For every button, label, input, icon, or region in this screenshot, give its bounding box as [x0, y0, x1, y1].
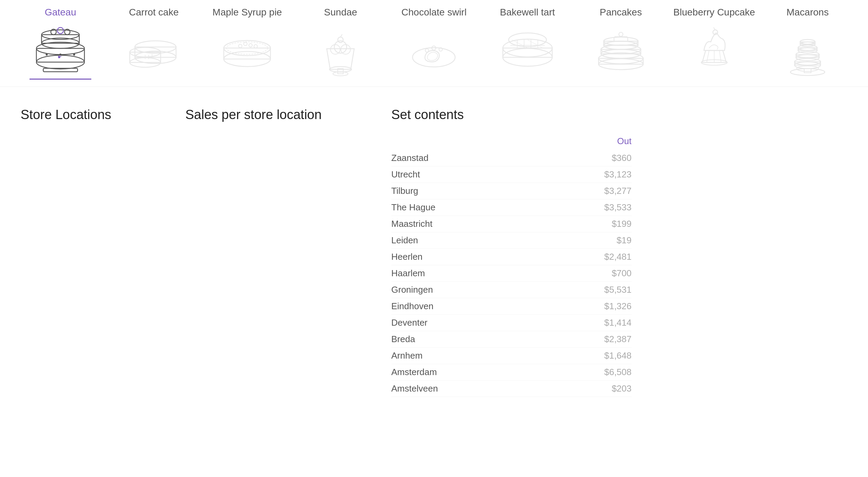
dessert-label-macarons: Macarons: [786, 7, 829, 18]
dessert-label-gateau: Gateau: [45, 7, 76, 18]
set-contents-row: Haarlem $700: [391, 265, 632, 282]
set-contents-row: Eindhoven $1,326: [391, 298, 632, 315]
section-set-contents: Set contents Out Zaanstad $360 Utrecht $…: [391, 107, 847, 397]
svg-point-28: [244, 42, 247, 46]
dessert-label-pancakes: Pancakes: [600, 7, 642, 18]
set-contents-row: The Hague $3,533: [391, 199, 632, 216]
svg-point-9: [46, 54, 48, 56]
set-contents-location: Utrecht: [391, 169, 420, 180]
set-contents-location: Leiden: [391, 235, 418, 246]
sundae-icon: [313, 25, 368, 76]
dessert-label-chocolate-swirl: Chocolate swirl: [402, 7, 467, 18]
dessert-image-blueberry-cupcake: [683, 25, 745, 80]
svg-point-35: [331, 45, 340, 54]
svg-text:☛: ☛: [58, 54, 62, 60]
set-contents-location: Zaanstad: [391, 153, 428, 163]
set-contents-row: Heerlen $2,481: [391, 249, 632, 265]
svg-point-36: [341, 45, 350, 54]
set-contents-table: Out Zaanstad $360 Utrecht $3,123 Tilburg…: [391, 136, 632, 397]
set-contents-location: Deventer: [391, 317, 428, 328]
svg-point-72: [790, 69, 825, 75]
blueberry-cupcake-icon: [687, 25, 742, 76]
dessert-item-pancakes[interactable]: Pancakes: [574, 0, 668, 86]
svg-point-40: [425, 49, 429, 52]
svg-line-66: [707, 50, 709, 62]
set-contents-location: Tilburg: [391, 186, 418, 196]
set-contents-row: Tilburg $3,277: [391, 183, 632, 199]
svg-line-70: [714, 27, 715, 30]
set-contents-location: Amsterdam: [391, 367, 437, 377]
set-contents-value: $19: [617, 235, 632, 246]
svg-point-11: [73, 54, 75, 56]
dessert-item-macarons[interactable]: Macarons: [761, 0, 854, 86]
carrot-cake-icon: [126, 25, 181, 76]
dessert-image-gateau: ☛: [30, 25, 91, 80]
set-contents-value: $3,123: [604, 169, 632, 180]
set-contents-value: $360: [612, 153, 632, 163]
set-contents-location: Breda: [391, 334, 415, 345]
set-contents-value: $700: [612, 268, 632, 279]
svg-rect-76: [795, 62, 821, 65]
gateau-icon: ☛: [33, 24, 88, 76]
set-contents-row: Groningen $5,531: [391, 282, 632, 298]
dessert-image-macarons: [777, 25, 838, 80]
set-contents-value: $2,387: [604, 334, 632, 345]
main-content: Store Locations Sales per store location…: [0, 87, 868, 411]
set-contents-title: Set contents: [391, 107, 847, 122]
dessert-item-chocolate-swirl[interactable]: Chocolate swirl: [387, 0, 481, 86]
pancakes-icon: [593, 25, 648, 76]
set-contents-row: Utrecht $3,123: [391, 166, 632, 183]
dessert-image-bakewell-tart: [497, 25, 558, 80]
set-contents-location: The Hague: [391, 202, 436, 213]
set-contents-rows: Zaanstad $360 Utrecht $3,123 Tilburg $3,…: [391, 150, 632, 397]
set-contents-location: Haarlem: [391, 268, 425, 279]
dessert-image-carrot-cake: [123, 25, 185, 80]
svg-point-65: [619, 32, 623, 36]
svg-line-38: [340, 34, 342, 37]
svg-point-29: [249, 44, 252, 47]
svg-point-27: [239, 44, 242, 48]
set-contents-value: $5,531: [604, 284, 632, 295]
set-contents-location: Arnhem: [391, 350, 423, 361]
dessert-item-blueberry-cupcake[interactable]: Blueberry Cupcake: [668, 0, 761, 86]
set-contents-row: Breda $2,387: [391, 331, 632, 348]
dessert-item-gateau[interactable]: Gateau ☛: [14, 0, 107, 86]
sales-title: Sales per store location: [185, 107, 391, 122]
set-contents-row: Maastricht $199: [391, 216, 632, 232]
set-contents-value: $3,533: [604, 202, 632, 213]
col-header-out: Out: [617, 136, 632, 147]
set-contents-location: Heerlen: [391, 252, 423, 262]
svg-rect-73: [804, 69, 811, 73]
set-contents-location: Maastricht: [391, 219, 432, 229]
svg-point-30: [254, 45, 257, 48]
svg-rect-56: [599, 58, 643, 64]
set-contents-value: $1,326: [604, 301, 632, 312]
svg-point-37: [338, 37, 343, 43]
macarons-icon: [780, 25, 835, 76]
chocolate-swirl-icon: [406, 25, 461, 76]
set-contents-row: Deventer $1,414: [391, 315, 632, 331]
dessert-item-carrot-cake[interactable]: Carrot cake: [107, 0, 200, 86]
set-contents-row: Amstelveen $203: [391, 381, 632, 397]
store-locations-title: Store Locations: [21, 107, 185, 122]
set-contents-location: Amstelveen: [391, 383, 438, 394]
set-contents-row: Leiden $19: [391, 232, 632, 249]
dessert-item-bakewell-tart[interactable]: Bakewell tart: [481, 0, 574, 86]
dessert-image-pancakes: [590, 25, 652, 80]
set-contents-value: $1,648: [604, 350, 632, 361]
svg-point-7: [57, 27, 63, 34]
dessert-label-maple-syrup-pie: Maple Syrup pie: [212, 7, 282, 18]
set-contents-location: Groningen: [391, 284, 433, 295]
dessert-image-sundae: [310, 25, 371, 80]
svg-line-68: [719, 50, 721, 62]
set-contents-value: $2,481: [604, 252, 632, 262]
dessert-item-maple-syrup-pie[interactable]: Maple Syrup pie: [200, 0, 294, 86]
dessert-label-sundae: Sundae: [324, 7, 357, 18]
set-contents-value: $203: [612, 383, 632, 394]
bakewell-tart-icon: [500, 25, 555, 76]
section-sales: Sales per store location: [185, 107, 391, 397]
set-contents-value: $1,414: [604, 317, 632, 328]
set-contents-row: Arnhem $1,648: [391, 348, 632, 364]
dessert-item-sundae[interactable]: Sundae: [294, 0, 387, 86]
dessert-nav: Gateau ☛: [0, 0, 868, 87]
